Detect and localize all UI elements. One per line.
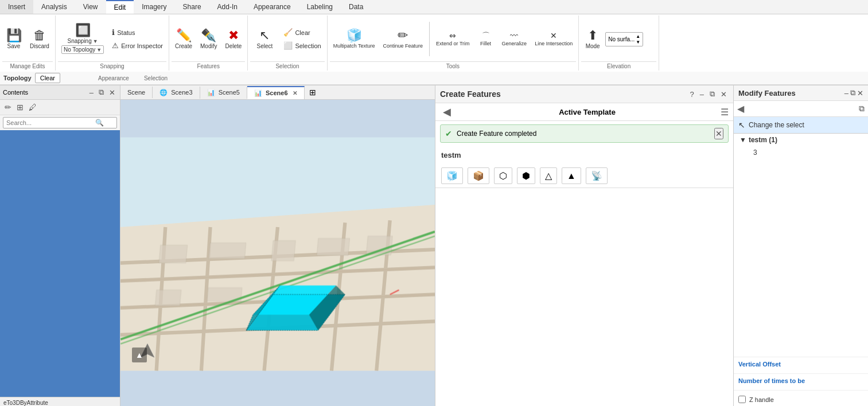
snapping-label: Snapping [67, 38, 91, 44]
template-icon-extrude[interactable]: 📦 [468, 167, 489, 184]
ribbon-group-features: ✏️ Create ✒️ Modify ✖ Delete Features [169, 15, 248, 71]
scene6-close-icon[interactable]: ✕ [293, 90, 297, 96]
left-panel-close[interactable]: ✕ [107, 87, 117, 97]
scene-tab-scene5[interactable]: 📊 Scene5 [200, 87, 247, 99]
left-panel: Contents – ⧉ ✕ ✏ ⊞ 🖊 🔍 eTo3DByAttribute [0, 85, 120, 406]
snapping-icon: 🔲 [75, 24, 91, 37]
tab-insert[interactable]: Insert [0, 0, 33, 14]
modify-features-title: Modify Features [738, 89, 796, 97]
vertical-offset-section: Vertical Offset [734, 357, 868, 373]
generalize-button[interactable]: 〰 Generalize [499, 29, 531, 49]
tree-parent-item: ▼ testm (1) [734, 134, 868, 146]
create-features-back[interactable]: ◀ [440, 106, 454, 118]
snapping-button[interactable]: 🔲 Snapping ▼ No Topology ▼ [58, 22, 107, 56]
svg-rect-14 [209, 243, 246, 258]
scene-tab-options[interactable]: ⊞ [305, 85, 321, 99]
delete-button[interactable]: ✖ Delete [221, 27, 245, 52]
continue-feature-button[interactable]: ✏ Continue Feature [380, 27, 427, 51]
save-button[interactable]: 💾 Save [2, 27, 25, 52]
modify-layers-icon[interactable]: ⧉ [859, 104, 865, 114]
tab-view[interactable]: View [75, 0, 106, 14]
status-button[interactable]: ℹ Status [108, 26, 166, 38]
nav-arrow[interactable]: ▲ [132, 348, 147, 362]
create-features-float[interactable]: ⧉ [708, 89, 717, 99]
scroll-down-icon[interactable]: ▼ [636, 40, 640, 45]
svg-rect-16 [317, 239, 349, 256]
tab-data[interactable]: Data [341, 0, 371, 14]
selection-bar-label: Selection [144, 75, 168, 81]
modify-panel-float[interactable]: ⧉ [850, 88, 855, 97]
left-panel-minimize[interactable]: – [88, 87, 95, 97]
grid-tool-button[interactable]: ⊞ [15, 102, 25, 112]
modify-back-button[interactable]: ◀ [737, 103, 744, 114]
tab-appearance[interactable]: Appearance [246, 0, 299, 14]
create-features-minimize[interactable]: – [698, 89, 706, 99]
discard-button[interactable]: 🗑 Discard [26, 27, 53, 52]
extend-trim-button[interactable]: ⇔ Extend or Trim [433, 29, 473, 49]
tools-group-label: Tools [330, 61, 577, 69]
create-features-help[interactable]: ? [688, 89, 696, 99]
save-label: Save [7, 43, 21, 49]
mode-button[interactable]: ⬆ Mode [581, 27, 604, 52]
tab-imagery[interactable]: Imagery [134, 0, 174, 14]
template-icon-hex-fill[interactable]: ⬢ [517, 167, 535, 184]
modify-button[interactable]: ✒️ Modify [197, 27, 220, 52]
success-bar: ✔ Create Feature completed ✕ [440, 124, 729, 143]
clear-button[interactable]: 🧹 Clear [280, 26, 324, 38]
create-features-title: Create Features [440, 89, 501, 99]
modify-panel-minimize[interactable]: – [844, 88, 848, 97]
select-icon: ↖ [259, 29, 270, 42]
create-features-panel: Create Features ? – ⧉ ✕ ◀ Active Templat… [435, 85, 733, 406]
ribbon-tabs-bar: Insert Analysis View Edit Imagery Share … [0, 0, 868, 14]
no-surface-label: No surfa... [608, 36, 635, 42]
tab-labeling[interactable]: Labeling [299, 0, 341, 14]
snapping-group-label: Snapping [58, 61, 166, 69]
success-close-button[interactable]: ✕ [714, 128, 723, 139]
map-canvas[interactable]: ▲ [120, 100, 435, 406]
tree-expand-icon[interactable]: ▼ [739, 136, 746, 144]
left-panel-search-area: 🔍 [0, 115, 120, 130]
create-button[interactable]: ✏️ Create [172, 27, 196, 52]
template-icon-hex[interactable]: ⬡ [494, 167, 512, 184]
template-icon-3d-box[interactable]: 🧊 [441, 167, 463, 184]
create-features-close[interactable]: ✕ [719, 89, 729, 99]
generalize-label: Generalize [502, 41, 527, 46]
template-icon-antenna[interactable]: 📡 [586, 167, 608, 184]
search-input[interactable] [6, 119, 95, 126]
z-handle-label: Z handle [749, 396, 774, 403]
map-area: Scene 🌐 Scene3 📊 Scene5 📊 Scene6 ✕ ⊞ [120, 85, 435, 406]
template-icon-triangle-outline[interactable]: △ [540, 167, 557, 184]
fillet-button[interactable]: ⌒ Fillet [474, 29, 497, 49]
topology-clear-button[interactable]: Clear [35, 73, 60, 83]
no-topology-label: No Topology [64, 46, 95, 53]
modify-panel-controls: – ⧉ ✕ [844, 88, 863, 97]
tab-analysis[interactable]: Analysis [33, 0, 75, 14]
scene-tab-scene6[interactable]: 📊 Scene6 ✕ [247, 86, 305, 99]
discard-label: Discard [30, 43, 49, 49]
error-inspector-button[interactable]: ⚠ Error Inspector [108, 40, 166, 52]
line-intersection-button[interactable]: ✕ Line Intersection [531, 29, 576, 49]
scroll-up-icon[interactable]: ▲ [636, 34, 640, 39]
elevation-group-label: Elevation [581, 61, 656, 69]
draw-tool-button[interactable]: ✏ [3, 102, 13, 112]
modify-panel-close[interactable]: ✕ [857, 88, 863, 97]
scene-tab-scene3[interactable]: 🌐 Scene3 [153, 87, 200, 99]
multipatch-texture-button[interactable]: 🧊 Multipatch Texture [330, 27, 379, 51]
line-intersection-label: Line Intersection [535, 41, 573, 46]
tab-addin[interactable]: Add-In [209, 0, 246, 14]
change-select-button[interactable]: ↖ Change the select [734, 117, 868, 134]
tab-edit[interactable]: Edit [106, 0, 134, 14]
selection-button[interactable]: ⬜ Selection [280, 40, 324, 52]
create-features-menu[interactable]: ☰ [721, 107, 729, 118]
z-handle-checkbox[interactable] [738, 396, 746, 403]
selection-icon: ⬜ [283, 41, 293, 50]
template-icon-triangle-fill[interactable]: ▲ [562, 167, 581, 184]
highlight-tool-button[interactable]: 🖊 [27, 102, 38, 112]
select-button[interactable]: ↖ Select [250, 27, 279, 52]
left-panel-content [0, 130, 120, 397]
scene-tab-scene[interactable]: Scene [120, 87, 153, 98]
left-panel-float[interactable]: ⧉ [97, 87, 106, 97]
scene6-label: Scene6 [266, 89, 288, 96]
tab-share[interactable]: Share [175, 0, 209, 14]
delete-icon: ✖ [228, 29, 239, 42]
